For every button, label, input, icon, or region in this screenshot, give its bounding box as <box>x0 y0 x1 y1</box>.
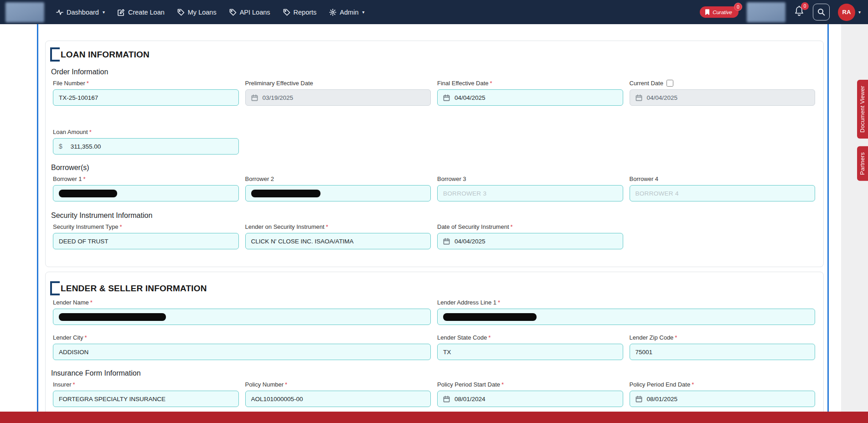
search-icon <box>817 8 825 16</box>
nav-my-loans[interactable]: My Loans <box>177 9 217 16</box>
section-title-lender-seller: LENDER & SELLER INFORMATION <box>50 281 818 295</box>
lender-on-instrument-input[interactable] <box>245 233 431 249</box>
lender-name-input[interactable] <box>53 309 431 325</box>
borrower-3-input[interactable] <box>437 185 623 201</box>
top-navbar: Dashboard ▾ Create Loan My Loans API Loa… <box>0 0 868 24</box>
nav-dashboard[interactable]: Dashboard ▾ <box>56 9 105 16</box>
field-policy-number: Policy Number* <box>245 381 431 407</box>
field-security-instrument-type: Security Instrument Type* <box>53 223 239 249</box>
lender-zip-input[interactable] <box>630 344 816 360</box>
required-asterisk: * <box>326 223 328 230</box>
tab-document-viewer[interactable]: Document Viewer <box>857 80 868 139</box>
user-menu[interactable]: RA ▾ <box>838 4 861 21</box>
borrowers-heading: Borrower(s) <box>51 164 818 172</box>
section-title-loan-information: LOAN INFORMATION <box>50 47 818 62</box>
required-asterisk: * <box>285 381 287 388</box>
footer-action-bar <box>0 412 868 423</box>
activity-icon <box>56 9 63 16</box>
required-asterisk: * <box>511 223 513 230</box>
policy-start-date-input[interactable]: 08/01/2024 <box>437 391 623 407</box>
borrower-4-input[interactable] <box>630 185 816 201</box>
curative-button[interactable]: Curative 0 <box>700 6 739 18</box>
file-number-input[interactable] <box>53 89 239 106</box>
field-lender-address-1: Lender Address Line 1* <box>437 299 815 325</box>
insurance-form-heading: Insurance Form Information <box>51 369 818 377</box>
lender-address-1-input[interactable] <box>437 309 815 325</box>
edit-icon <box>118 9 125 16</box>
nav-label: Create Loan <box>128 9 165 16</box>
field-file-number: File Number* <box>53 80 239 106</box>
required-asterisk: * <box>490 80 492 87</box>
current-date-checkbox[interactable] <box>666 80 673 87</box>
brand-logo[interactable] <box>5 2 44 22</box>
final-effective-date-input[interactable]: 04/04/2025 <box>437 89 623 106</box>
nav-api-loans[interactable]: API Loans <box>229 9 270 16</box>
current-date-input: 04/04/2025 <box>630 89 816 106</box>
borrower-2-input[interactable] <box>245 185 431 201</box>
required-asterisk: * <box>120 223 122 230</box>
field-insurer: Insurer* <box>53 381 239 407</box>
lender-city-input[interactable] <box>53 344 431 360</box>
lender-name-row: Lender Name* Lender Address Line 1* <box>53 299 815 325</box>
insurance-row: Insurer* Policy Number* Policy Period St… <box>53 381 815 407</box>
nav-admin[interactable]: Admin ▾ <box>329 9 364 16</box>
policy-number-input[interactable] <box>245 391 431 407</box>
required-asterisk: * <box>498 299 500 306</box>
page-content: LOAN INFORMATION Order Information File … <box>0 24 868 423</box>
field-preliminary-effective-date: Preliminary Effective Date 03/19/2025 <box>245 80 431 106</box>
field-borrower-1: Borrower 1* <box>53 175 239 201</box>
field-borrower-4: Borrower 4 <box>630 175 816 201</box>
search-button[interactable] <box>813 4 830 21</box>
calendar-icon <box>251 94 258 101</box>
order-information-row: File Number* Preliminary Effective Date … <box>53 80 815 106</box>
lender-state-input[interactable] <box>437 344 623 360</box>
order-information-heading: Order Information <box>51 68 818 76</box>
borrower-1-input[interactable] <box>53 185 239 201</box>
tag-icon <box>283 9 290 16</box>
chevron-down-icon: ▾ <box>858 10 861 15</box>
loan-amount-input[interactable]: $ 311,355.00 <box>53 138 239 155</box>
partner-logo <box>747 2 785 22</box>
security-instrument-row: Security Instrument Type* Lender on Secu… <box>53 223 815 249</box>
insurer-input[interactable] <box>53 391 239 407</box>
field-lender-state: Lender State Code* <box>437 334 623 360</box>
nav-reports[interactable]: Reports <box>283 9 317 16</box>
loan-information-card: LOAN INFORMATION Order Information File … <box>45 41 824 267</box>
preliminary-effective-date-input: 03/19/2025 <box>245 89 431 106</box>
required-asterisk: * <box>84 334 87 341</box>
field-borrower-3: Borrower 3 <box>437 175 623 201</box>
content-border-right <box>827 24 829 423</box>
calendar-icon <box>443 396 450 402</box>
gear-icon <box>329 9 336 16</box>
redacted-value <box>59 313 166 321</box>
nav-create-loan[interactable]: Create Loan <box>118 9 165 16</box>
security-instrument-type-input[interactable] <box>53 233 239 249</box>
field-lender-on-instrument: Lender on Security Instrument* <box>245 223 431 249</box>
redacted-value <box>59 190 117 197</box>
redacted-value <box>251 190 320 197</box>
calendar-icon <box>443 238 450 245</box>
navbar-right-cluster: Curative 0 0 RA ▾ <box>700 2 861 22</box>
nav-label: Admin <box>340 9 358 16</box>
nav-label: API Loans <box>240 9 270 16</box>
field-policy-start-date: Policy Period Start Date* 08/01/2024 <box>437 381 623 407</box>
lender-seller-card: LENDER & SELLER INFORMATION Lender Name*… <box>45 272 824 423</box>
field-final-effective-date: Final Effective Date* 04/04/2025 <box>437 80 623 106</box>
loan-amount-row: Loan Amount* $ 311,355.00 <box>53 129 815 155</box>
field-lender-zip: Lender Zip Code* <box>630 334 816 360</box>
nav-label: Dashboard <box>67 9 99 16</box>
calendar-icon <box>636 94 642 101</box>
chevron-down-icon: ▾ <box>103 10 105 15</box>
notifications-button[interactable]: 0 <box>794 5 805 19</box>
policy-end-date-input[interactable]: 08/01/2025 <box>630 391 816 407</box>
tab-partners[interactable]: Partners <box>857 146 868 181</box>
date-of-instrument-input[interactable]: 04/04/2025 <box>437 233 623 249</box>
field-lender-city: Lender City* <box>53 334 431 360</box>
field-current-date: Current Date 04/04/2025 <box>630 80 816 106</box>
field-date-of-instrument: Date of Security Instrument* 04/04/2025 <box>437 223 623 249</box>
tag-icon <box>177 9 185 16</box>
section-heading: LOAN INFORMATION <box>53 50 150 60</box>
bookmark-icon <box>705 9 710 15</box>
nav-label: Reports <box>294 9 317 16</box>
nav-label: My Loans <box>188 9 217 16</box>
